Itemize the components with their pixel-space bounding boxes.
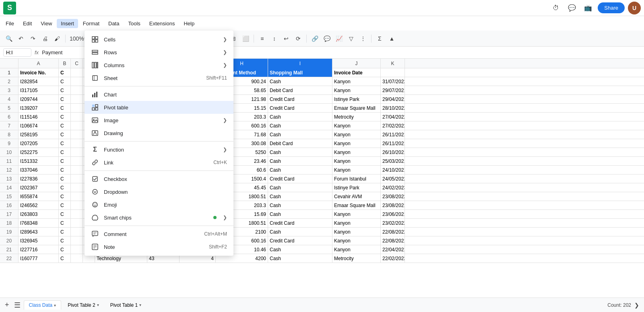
menu-item-emoji[interactable]: Emoji <box>85 198 233 211</box>
chart-btn[interactable]: 📈 <box>333 33 345 44</box>
chart-menu-icon <box>91 90 99 99</box>
valign-btn[interactable]: ↕ <box>268 33 280 44</box>
menu-item-dropdown[interactable]: Dropdown <box>85 185 233 198</box>
comment-btn[interactable]: 💬 <box>321 33 332 44</box>
menu-item-rows[interactable]: Rows ❯ <box>85 46 233 59</box>
svg-rect-17 <box>95 108 98 110</box>
comment-shortcut: Ctrl+Alt+M <box>204 231 227 237</box>
col-header-k[interactable]: K <box>381 59 405 68</box>
svg-rect-7 <box>95 62 96 68</box>
sheet-tab-arrow-pivot2[interactable]: ▾ <box>97 303 99 307</box>
menu-item-view[interactable]: View <box>37 19 56 28</box>
menu-item-data[interactable]: Data <box>104 19 123 28</box>
search-icon[interactable]: 🔍 <box>3 33 14 44</box>
menu-item-checkbox[interactable]: Checkbox <box>85 172 233 185</box>
menu-item-comment[interactable]: Comment Ctrl+Alt+M <box>85 228 233 240</box>
col-header-a[interactable]: A <box>19 59 59 68</box>
function-arrow: ❯ <box>223 147 227 152</box>
sheet-icon <box>91 74 99 82</box>
image-label: Image <box>104 117 218 123</box>
svg-rect-0 <box>92 37 95 39</box>
menu-item-smart-chips[interactable]: Smart chips ❯ <box>85 211 233 224</box>
svg-rect-4 <box>92 50 98 52</box>
sigma-btn[interactable]: Σ <box>374 33 385 44</box>
filter-btn[interactable]: ▽ <box>345 33 357 44</box>
share-button[interactable]: Share <box>598 2 625 13</box>
undo-icon[interactable]: ↶ <box>15 33 27 44</box>
pivot-icon <box>91 103 99 111</box>
rotate-btn[interactable]: ⟳ <box>293 33 304 44</box>
sheet-tab-pivot1[interactable]: Pivot Table 1 ▾ <box>105 301 147 310</box>
menu-item-chart[interactable]: Chart <box>85 88 233 101</box>
comment-icon[interactable]: 💬 <box>566 2 578 14</box>
chart-label: Chart <box>104 92 227 98</box>
smart-chips-dot <box>213 216 217 219</box>
menu-item-columns[interactable]: Columns ❯ <box>85 59 233 72</box>
sheets-list-btn[interactable]: ☰ <box>12 301 22 310</box>
col-header-b[interactable]: B <box>59 59 71 68</box>
menu-item-drawing[interactable]: Drawing <box>85 127 233 140</box>
collapse-btn[interactable]: ▲ <box>386 33 397 44</box>
cell-b1[interactable]: C <box>59 68 71 77</box>
present-icon[interactable]: 📺 <box>582 2 594 14</box>
divider-after-link <box>85 170 233 171</box>
menu-item-help[interactable]: Help <box>180 19 198 28</box>
comment-menu-icon <box>91 230 99 238</box>
cells-icon <box>91 35 99 43</box>
divider6 <box>254 35 254 43</box>
sheet-shortcut: Shift+F11 <box>206 75 227 81</box>
menu-item-image[interactable]: Image ❯ <box>85 114 233 127</box>
cell-i1[interactable]: Shopping Mall <box>268 68 332 77</box>
columns-icon <box>91 61 99 69</box>
menu-item-tools[interactable]: Tools <box>124 19 144 28</box>
redo-icon[interactable]: ↷ <box>27 33 39 44</box>
sheet-tab-label-pivot2: Pivot Table 2 <box>68 302 95 308</box>
menu-item-edit[interactable]: Edit <box>19 19 36 28</box>
menu-item-cells[interactable]: Cells ❯ <box>85 33 233 46</box>
sheet-tab-class-data[interactable]: Class Data ▾ <box>24 300 62 310</box>
sheet-tab-arrow-pivot1[interactable]: ▾ <box>139 303 141 307</box>
function-icon: Σ <box>91 146 99 154</box>
col-header-c[interactable]: C <box>71 59 83 68</box>
col-header-i[interactable]: I <box>268 59 332 68</box>
note-shortcut: Shift+F2 <box>209 244 227 250</box>
svg-rect-6 <box>92 62 94 68</box>
svg-rect-2 <box>92 40 95 42</box>
menu-item-pivot-table[interactable]: Pivot table <box>85 101 233 114</box>
divider1 <box>65 35 66 43</box>
avatar[interactable]: U <box>628 2 641 14</box>
menu-bar: File Edit View Insert Format Data Tools … <box>0 16 644 31</box>
menu-item-extensions[interactable]: Extensions <box>145 19 179 28</box>
menu-item-format[interactable]: Format <box>79 19 103 28</box>
cell-k1[interactable] <box>381 68 405 77</box>
cells-label: Cells <box>104 37 218 43</box>
link-btn[interactable]: 🔗 <box>309 33 320 44</box>
sheet-tab-pivot2[interactable]: Pivot Table 2 ▾ <box>63 301 104 310</box>
wrap-btn[interactable]: ↩ <box>281 33 292 44</box>
col-header-j[interactable]: J <box>332 59 381 68</box>
more-btn[interactable]: ⋮ <box>357 33 369 44</box>
menu-item-insert[interactable]: Insert <box>57 19 78 28</box>
align-btn[interactable]: ≡ <box>256 33 268 44</box>
paint-format-icon[interactable]: 🖌 <box>52 33 63 44</box>
note-label: Note <box>104 244 204 250</box>
emoji-icon <box>91 201 99 209</box>
link-menu-icon <box>91 158 99 166</box>
add-sheet-btn[interactable]: + <box>3 301 11 309</box>
svg-rect-21 <box>93 177 97 181</box>
menu-item-link[interactable]: Link Ctrl+K <box>85 156 233 169</box>
scroll-right-btn[interactable]: ❯ <box>633 302 641 308</box>
cell-j1[interactable]: Invoice Date <box>332 68 381 77</box>
cell-reference[interactable]: H:I <box>3 48 31 57</box>
sheet-tab-arrow-class-data[interactable]: ▾ <box>54 303 56 308</box>
print-icon[interactable]: 🖨 <box>39 33 51 44</box>
svg-rect-16 <box>92 108 95 110</box>
history-icon[interactable]: ⏱ <box>549 2 562 14</box>
menu-item-function[interactable]: Σ Function ❯ <box>85 143 233 156</box>
menu-item-sheet[interactable]: Sheet Shift+F11 <box>85 72 233 84</box>
cell-a1[interactable]: Invoice No. <box>19 68 59 77</box>
menu-item-file[interactable]: File <box>2 19 18 28</box>
cell-c1[interactable] <box>71 68 83 77</box>
menu-item-note[interactable]: Note Shift+F2 <box>85 240 233 253</box>
merge-btn[interactable]: ⬜ <box>240 33 251 44</box>
